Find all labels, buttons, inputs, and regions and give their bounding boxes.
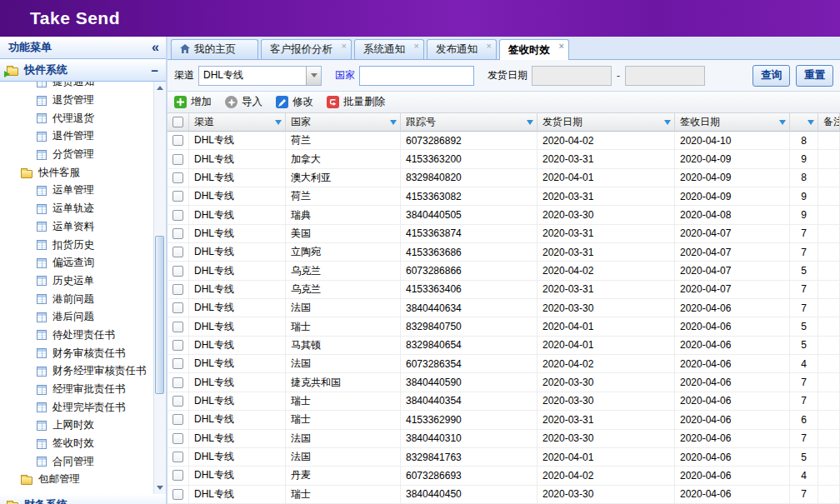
sidebar-item-17[interactable]: 经理审批责任书 bbox=[0, 381, 153, 399]
chevron-down-icon[interactable] bbox=[306, 67, 321, 85]
sidebar-item-10[interactable]: 偏远查询 bbox=[0, 254, 153, 272]
sidebar-item-label: 历史运单 bbox=[52, 274, 94, 288]
sidebar-item-15[interactable]: 财务审核责任书 bbox=[0, 344, 153, 362]
row-checkbox[interactable] bbox=[172, 377, 183, 388]
sidebar-section-finance[interactable]: 财务系统 bbox=[0, 494, 166, 504]
row-checkbox[interactable] bbox=[172, 452, 183, 462]
sidebar-collapse-icon[interactable]: « bbox=[152, 41, 159, 54]
sidebar-item-18[interactable]: 处理完毕责任书 bbox=[0, 398, 153, 417]
column-filter-icon[interactable] bbox=[779, 120, 786, 125]
toolbar-button-1[interactable]: 导入 bbox=[225, 95, 262, 109]
tab-1[interactable]: 客户报价分析× bbox=[261, 39, 352, 59]
column-header-checkbox[interactable] bbox=[168, 113, 189, 132]
tab-close-icon[interactable]: × bbox=[487, 42, 492, 51]
column-header-ship_date[interactable]: 发货日期 bbox=[538, 113, 675, 132]
sidebar-item-16[interactable]: 财务经理审核责任书 bbox=[0, 362, 153, 381]
scroll-down-icon[interactable] bbox=[154, 482, 166, 494]
sidebar-item-5[interactable]: 快件客服 bbox=[0, 163, 153, 182]
column-header-country[interactable]: 国家 bbox=[286, 113, 401, 132]
row-checkbox[interactable] bbox=[172, 210, 183, 221]
sidebar-item-6[interactable]: 运单管理 bbox=[0, 182, 153, 200]
sidebar-item-12[interactable]: 港前问题 bbox=[0, 290, 153, 308]
sidebar-item-21[interactable]: 合同管理 bbox=[0, 452, 153, 471]
scrollbar-thumb[interactable] bbox=[155, 236, 164, 394]
grid-list-icon bbox=[37, 150, 47, 160]
cell-tracking: 4153362990 bbox=[401, 411, 538, 429]
row-checkbox[interactable] bbox=[172, 322, 183, 332]
row-checkbox[interactable] bbox=[172, 191, 183, 202]
cell-tracking: 4153363082 bbox=[401, 187, 538, 206]
toolbar-button-3[interactable]: 批量删除 bbox=[327, 95, 385, 109]
column-filter-icon[interactable] bbox=[275, 120, 282, 125]
cell-checkbox bbox=[168, 243, 189, 262]
row-checkbox[interactable] bbox=[172, 470, 183, 481]
tab-3[interactable]: 发布通知× bbox=[427, 39, 497, 59]
ship-date-to-input[interactable] bbox=[625, 66, 705, 86]
country-input[interactable] bbox=[359, 66, 474, 86]
sidebar-section-express[interactable]: 快件系统 − bbox=[0, 59, 166, 82]
row-checkbox[interactable] bbox=[172, 358, 183, 369]
column-filter-icon[interactable] bbox=[527, 120, 533, 125]
tab-close-icon[interactable]: × bbox=[414, 42, 419, 51]
row-checkbox[interactable] bbox=[172, 414, 183, 425]
sidebar-item-9[interactable]: 扣货历史 bbox=[0, 236, 153, 254]
cell-sign_date: 2020-04-09 bbox=[675, 150, 790, 168]
ship-date-from-input[interactable] bbox=[532, 66, 612, 86]
column-filter-icon[interactable] bbox=[390, 120, 397, 125]
search-button[interactable]: 查询 bbox=[752, 65, 790, 87]
channel-combobox[interactable]: DHL专线 bbox=[198, 66, 322, 86]
sidebar-item-19[interactable]: 上网时效 bbox=[0, 417, 153, 435]
row-checkbox[interactable] bbox=[172, 172, 183, 183]
row-checkbox[interactable] bbox=[172, 154, 183, 165]
row-checkbox[interactable] bbox=[172, 433, 183, 444]
row-checkbox[interactable] bbox=[172, 247, 183, 257]
sidebar-item-2[interactable]: 代理退货 bbox=[0, 109, 153, 127]
sidebar-item-22[interactable]: 包邮管理 bbox=[0, 471, 153, 489]
toolbar-button-2[interactable]: 修改 bbox=[276, 95, 313, 109]
tab-2[interactable]: 系统通知× bbox=[354, 39, 424, 59]
column-header-remark[interactable]: 备注 bbox=[818, 113, 840, 132]
tab-0[interactable]: 我的主页 bbox=[171, 39, 258, 59]
row-checkbox[interactable] bbox=[172, 396, 183, 407]
row-checkbox[interactable] bbox=[172, 489, 183, 500]
sidebar-item-8[interactable]: 运单资料 bbox=[0, 218, 153, 237]
sidebar-item-0[interactable]: 提货通知 bbox=[0, 82, 153, 92]
sidebar-item-14[interactable]: 待处理责任书 bbox=[0, 327, 153, 345]
sidebar-scrollbar[interactable] bbox=[153, 82, 166, 494]
column-filter-icon[interactable] bbox=[664, 120, 671, 125]
reset-button[interactable]: 重置 bbox=[796, 65, 833, 87]
column-header-tracking[interactable]: 跟踪号 bbox=[401, 113, 538, 132]
sidebar-item-1[interactable]: 退货管理 bbox=[0, 92, 153, 110]
tab-close-icon[interactable]: × bbox=[342, 42, 347, 51]
row-checkbox[interactable] bbox=[172, 135, 183, 146]
cell-sign_date: 2020-04-07 bbox=[675, 225, 790, 243]
row-checkbox[interactable] bbox=[172, 228, 183, 239]
sidebar-item-3[interactable]: 退件管理 bbox=[0, 127, 153, 146]
cell-checkbox bbox=[168, 486, 189, 504]
sidebar-item-11[interactable]: 历史运单 bbox=[0, 272, 153, 291]
column-header-sign_date[interactable]: 签收日期 bbox=[675, 113, 790, 132]
sidebar-item-20[interactable]: 签收时效 bbox=[0, 435, 153, 453]
sidebar-item-4[interactable]: 分货管理 bbox=[0, 146, 153, 164]
section-collapse-icon[interactable]: − bbox=[151, 64, 158, 77]
cell-checkbox bbox=[168, 299, 189, 317]
tab-4[interactable]: 签收时效× bbox=[499, 39, 569, 60]
column-filter-icon[interactable] bbox=[808, 120, 814, 125]
cell-checkbox bbox=[168, 317, 189, 336]
column-header-channel[interactable]: 渠道 bbox=[189, 113, 286, 132]
column-header-days[interactable] bbox=[790, 113, 818, 132]
cell-days: 7 bbox=[790, 486, 818, 504]
sidebar-item-13[interactable]: 港后问题 bbox=[0, 308, 153, 327]
table-row: DHL专线法国38404406342020-03-302020-04-067 bbox=[168, 299, 840, 317]
row-checkbox[interactable] bbox=[172, 340, 183, 351]
sidebar-item-7[interactable]: 运单轨迹 bbox=[0, 200, 153, 218]
row-checkbox[interactable] bbox=[172, 302, 183, 313]
scrollbar-track[interactable] bbox=[154, 94, 166, 482]
row-checkbox[interactable] bbox=[172, 284, 183, 295]
toolbar-button-0[interactable]: 增加 bbox=[174, 95, 212, 109]
row-checkbox[interactable] bbox=[172, 266, 183, 277]
scroll-up-icon[interactable] bbox=[154, 82, 166, 94]
tab-close-icon[interactable]: × bbox=[559, 42, 564, 51]
select-all-checkbox[interactable] bbox=[172, 117, 183, 127]
table-row: DHL专线瑞士41533629902020-03-312020-04-066 bbox=[168, 411, 840, 429]
